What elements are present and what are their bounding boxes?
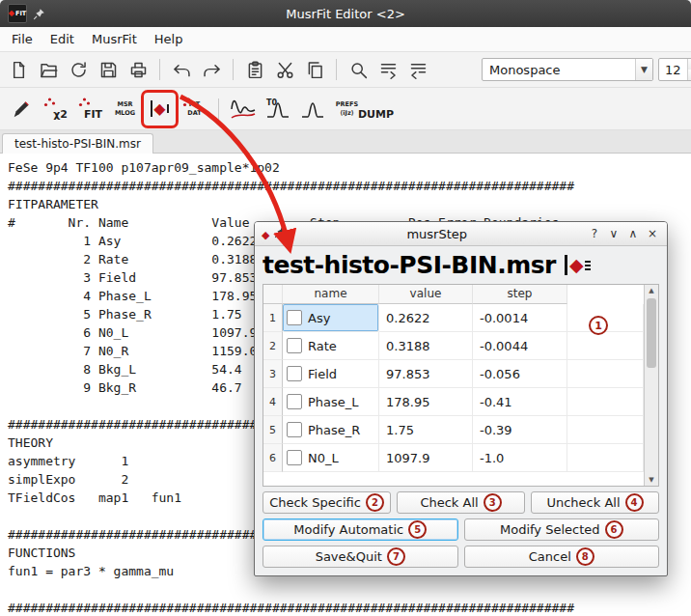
param-step-cell[interactable]: -0.0014 xyxy=(473,304,567,332)
dialog-help-button[interactable]: ? xyxy=(587,228,602,239)
swap-msr-mlog-icon[interactable]: MSRMLOG xyxy=(110,94,140,125)
print-icon[interactable] xyxy=(125,57,151,82)
menu-musrfit[interactable]: MusrFit xyxy=(83,29,146,49)
param-checkbox[interactable] xyxy=(287,450,302,465)
annotation-badge-4: 4 xyxy=(625,493,644,512)
t0-icon[interactable]: T0 xyxy=(263,94,292,125)
param-value-cell[interactable]: 1.75 xyxy=(379,416,473,444)
dialog-shade-button[interactable]: ∨ xyxy=(606,228,622,239)
dialog-titlebar[interactable]: ◆ musrStep ?∨∧× xyxy=(255,222,667,246)
dialog-close-button[interactable]: × xyxy=(645,228,660,239)
param-value-cell[interactable]: 178.95 xyxy=(379,388,473,416)
button-row-2: Modify Automatic5Modify Selected6 xyxy=(263,518,659,541)
param-checkbox[interactable] xyxy=(287,310,302,325)
spinner-arrows[interactable]: ▲▼ xyxy=(687,59,691,80)
param-checkbox[interactable] xyxy=(287,338,302,353)
icon-label: DAT xyxy=(187,109,201,117)
check-specific-button[interactable]: Check Specific2 xyxy=(263,491,391,514)
menu-edit[interactable]: Edit xyxy=(41,29,83,49)
musrview-icon[interactable] xyxy=(228,94,258,125)
annotation-badge-6: 6 xyxy=(605,520,623,539)
button-label: Save&Quit xyxy=(316,549,382,564)
window-titlebar[interactable]: ◆FIT MusrFit Editor <2> xyxy=(0,0,691,27)
check-all-button[interactable]: Check All3 xyxy=(397,491,525,514)
scroll-up-icon[interactable]: ▲ xyxy=(645,285,658,296)
fourier-icon[interactable] xyxy=(297,94,327,125)
param-checkbox[interactable] xyxy=(287,394,302,409)
menu-file[interactable]: File xyxy=(3,29,41,49)
param-row: 2Rate0.3188-0.0044 xyxy=(263,332,644,360)
scroll-down-icon[interactable]: ▼ xyxy=(645,474,658,486)
musrwiz-icon[interactable] xyxy=(6,94,36,125)
column-header-step[interactable]: step xyxy=(473,285,567,304)
icon-label: MSR xyxy=(117,100,132,108)
button-label: Modify Automatic xyxy=(293,522,403,537)
reload-icon[interactable] xyxy=(66,57,91,82)
param-name-cell[interactable]: N0_L xyxy=(283,444,379,472)
copy-icon[interactable] xyxy=(302,57,327,82)
annotation-badge-3: 3 xyxy=(484,493,502,512)
table-scrollbar[interactable]: ▲ ▼ xyxy=(644,285,658,486)
svg-text:T0: T0 xyxy=(266,98,277,107)
musrfit-icon[interactable]: FIT xyxy=(75,94,105,125)
tab-msr-file[interactable]: test-histo-PSI-BIN.msr xyxy=(2,133,153,154)
uncheck-all-button[interactable]: Uncheck All4 xyxy=(531,491,659,514)
param-name-cell[interactable]: Asy xyxy=(283,304,379,332)
save-icon[interactable] xyxy=(96,57,121,82)
row-number: 5 xyxy=(263,416,283,444)
column-header-name[interactable]: name xyxy=(283,285,379,304)
param-value-cell[interactable]: 1097.9 xyxy=(379,444,473,472)
new-file-icon[interactable] xyxy=(6,57,31,82)
chevron-down-icon[interactable]: ▼ xyxy=(635,59,652,80)
param-step-cell[interactable]: -0.41 xyxy=(473,388,567,416)
font-family-combobox[interactable]: Monospace ▼ xyxy=(482,58,653,81)
annotation-badge-1: 1 xyxy=(589,316,608,335)
param-name-cell[interactable]: Phase_L xyxy=(283,388,379,416)
button-row-1: Check Specific2Check All3Uncheck All4 xyxy=(263,491,659,514)
save-quit-button[interactable]: Save&Quit7 xyxy=(263,546,458,568)
font-size-value: 12 xyxy=(659,59,687,80)
param-value-cell[interactable]: 0.2622 xyxy=(379,304,473,332)
param-step-cell[interactable]: -1.0 xyxy=(473,444,567,472)
scrollbar-thumb[interactable] xyxy=(647,298,656,368)
calc-chisq-icon[interactable]: χ2 xyxy=(41,94,70,125)
cut-icon[interactable] xyxy=(272,57,297,82)
button-label: Check Specific xyxy=(269,495,361,510)
cancel-button[interactable]: Cancel8 xyxy=(464,546,660,568)
musrstep-icon[interactable]: ◆ xyxy=(145,94,175,125)
param-name-label: Rate xyxy=(308,339,337,353)
toolbar-separator xyxy=(159,59,160,80)
pin-icon[interactable] xyxy=(274,226,287,241)
param-name-label: Phase_L xyxy=(308,395,359,409)
undo-icon[interactable] xyxy=(169,57,194,82)
param-value-cell[interactable]: 97.853 xyxy=(379,360,473,388)
param-name-cell[interactable]: Rate xyxy=(283,332,379,360)
param-value-cell[interactable]: 0.3188 xyxy=(379,332,473,360)
annotation-badge-5: 5 xyxy=(408,520,427,539)
musrfit-data-icon[interactable]: FITDAT xyxy=(180,94,209,125)
param-checkbox[interactable] xyxy=(287,366,302,381)
param-step-cell[interactable]: -0.39 xyxy=(473,416,567,444)
dialog-unshade-button[interactable]: ∧ xyxy=(625,228,641,239)
find-icon[interactable] xyxy=(346,57,371,82)
pin-icon xyxy=(33,8,45,20)
modify-selected-button[interactable]: Modify Selected6 xyxy=(464,518,660,541)
column-header-value[interactable]: value xyxy=(379,285,473,304)
param-step-cell[interactable]: -0.056 xyxy=(473,360,567,388)
modify-automatic-button[interactable]: Modify Automatic5 xyxy=(263,518,458,541)
musrfit-logo-icon: ◆ xyxy=(565,255,591,275)
paste-icon[interactable] xyxy=(242,57,267,82)
param-checkbox[interactable] xyxy=(287,422,302,437)
open-file-icon[interactable] xyxy=(36,57,61,82)
redo-icon[interactable] xyxy=(199,57,224,82)
font-size-spinner[interactable]: 12 ▲▼ xyxy=(658,58,691,81)
icon-label: DUMP xyxy=(358,108,394,122)
param-name-cell[interactable]: Phase_R xyxy=(283,416,379,444)
annotation-badge-2: 2 xyxy=(366,493,384,512)
find-next-icon[interactable] xyxy=(375,57,401,82)
find-prev-icon[interactable] xyxy=(405,57,430,82)
dump-icon[interactable]: DUMP xyxy=(367,94,397,125)
param-name-cell[interactable]: Field xyxy=(283,360,379,388)
menu-help[interactable]: Help xyxy=(146,29,192,49)
param-step-cell[interactable]: -0.0044 xyxy=(473,332,567,360)
